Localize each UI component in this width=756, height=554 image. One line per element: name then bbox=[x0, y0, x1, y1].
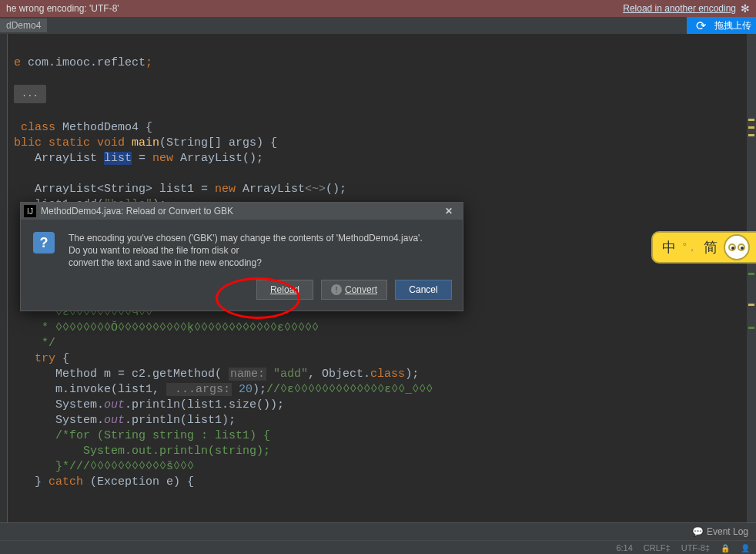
file-encoding[interactable]: UTF-8‡ bbox=[681, 543, 710, 552]
status-bar: Event Log 6:14 CRLF‡ UTF-8‡ bbox=[0, 522, 756, 554]
encoding-warning-bar: he wrong encoding: 'UTF-8' Reload in ano… bbox=[0, 0, 756, 17]
cloud-upload-icon bbox=[691, 17, 710, 34]
convert-button[interactable]: ! Convert bbox=[321, 280, 387, 300]
dialog-title-bar[interactable]: IJ MethodDemo4.java: Reload or Convert t… bbox=[21, 203, 463, 220]
line-separator[interactable]: CRLF‡ bbox=[644, 543, 671, 552]
encoding-warning-text: he wrong encoding: 'UTF-8' bbox=[6, 3, 119, 14]
drag-upload-label: 拖拽上传 bbox=[714, 19, 751, 32]
ime-mascot-icon bbox=[724, 234, 750, 260]
gear-icon[interactable]: ✻ bbox=[741, 2, 750, 15]
ime-status-popup[interactable]: 中 °， 简 bbox=[651, 231, 756, 264]
question-icon: ? bbox=[33, 232, 55, 253]
warning-icon: ! bbox=[331, 284, 342, 295]
caret-position[interactable]: 6:14 bbox=[616, 543, 632, 552]
inspection-profile-icon[interactable] bbox=[741, 543, 750, 552]
error-stripe bbox=[747, 34, 756, 522]
dialog-title: MethodDemo4.java: Reload or Convert to G… bbox=[41, 206, 233, 217]
file-tab[interactable]: dDemo4 bbox=[0, 18, 47, 32]
reload-button[interactable]: Reload bbox=[256, 280, 313, 300]
ime-zh-label: 中 bbox=[662, 238, 676, 257]
reload-encoding-link[interactable]: Reload in another encoding bbox=[623, 3, 736, 14]
cancel-button[interactable]: Cancel bbox=[395, 280, 452, 300]
close-icon[interactable]: ✕ bbox=[438, 206, 460, 217]
ime-jian-label: 简 bbox=[704, 238, 718, 257]
file-tab-label: dDemo4 bbox=[6, 20, 41, 31]
fold-badge[interactable]: ... bbox=[14, 85, 46, 103]
lock-icon[interactable] bbox=[721, 543, 730, 552]
reload-convert-dialog: IJ MethodDemo4.java: Reload or Convert t… bbox=[20, 202, 463, 311]
event-log-button[interactable]: Event Log bbox=[692, 526, 748, 537]
editor-tab-strip: dDemo4 拖拽上传 bbox=[0, 17, 756, 34]
editor-gutter bbox=[0, 34, 8, 522]
dialog-message: The encoding you've chosen ('GBK') may c… bbox=[69, 232, 423, 269]
drag-upload-widget[interactable]: 拖拽上传 bbox=[687, 17, 756, 34]
app-icon: IJ bbox=[24, 205, 36, 217]
